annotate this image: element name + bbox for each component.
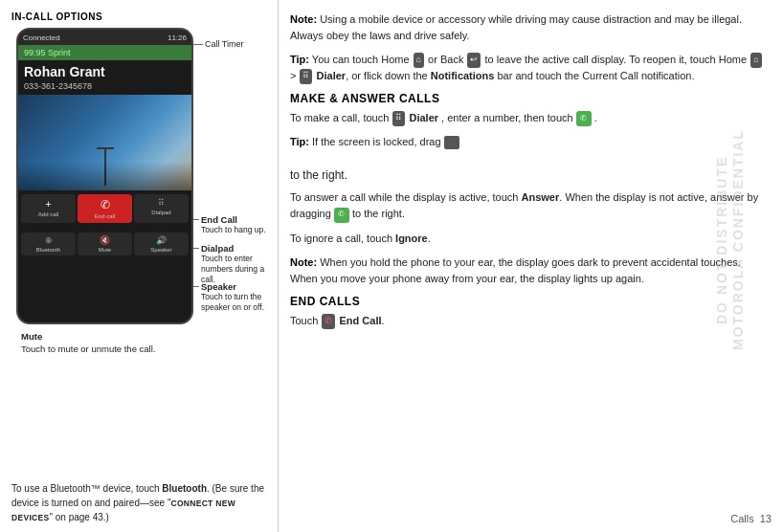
tip1-label: Tip: [290, 54, 309, 65]
phone-call-header: 99:95 Sprint [18, 45, 191, 60]
dialpad-callout: Dialpad Touch to enter numbers during a … [193, 243, 278, 285]
phone-call-image [18, 95, 191, 190]
call-timer-callout: Call Timer [193, 39, 244, 49]
phone-up-icon: ✆ [338, 209, 345, 220]
end-call-icon-inline: ✆ [322, 314, 335, 329]
make-answer-calls-heading: MAKE & ANSWER CALLS [290, 92, 770, 105]
tip1-text2: to leave the active call display. To reo… [485, 54, 750, 65]
callout-line [193, 286, 199, 287]
phone-actions-row: + Add call ✆ End call ⠿ Dialpad [18, 190, 191, 227]
bluetooth-icon: ⊕ [45, 235, 53, 245]
ignore-call-para: To ignore a call, touch Ignore. [290, 231, 770, 247]
note1-label: Note: [290, 13, 317, 25]
dialer-icon-inline: ⠿ [300, 69, 312, 84]
ignore-call-text: To ignore a call, touch Ignore. [290, 233, 431, 244]
call-green-btn: ✆ [576, 111, 592, 126]
speaker-label: Speaker [150, 247, 171, 253]
status-connected: Connected [23, 33, 60, 42]
end-call-callout-desc: Touch to hang up. [201, 225, 266, 235]
answer-call-para: To answer a call while the display is ac… [290, 189, 770, 222]
speaker-callout-desc: Touch to turn the speaker on or off. [201, 292, 278, 313]
callout-line [193, 219, 199, 220]
callout-line [193, 248, 199, 249]
end-calls-text2: End Call. [339, 315, 384, 326]
in-call-options-heading: IN-CALL OPTIONS [11, 11, 268, 22]
make-call-para: To make a call, touch ⠿ Dialer , enter a… [290, 110, 770, 126]
bluetooth-btn[interactable]: ⊕ Bluetooth [21, 233, 76, 255]
home-btn-icon: ⌂ [414, 53, 424, 68]
dialpad-icon: ⠿ [158, 198, 165, 208]
tip1-paragraph: Tip: You can touch Home ⌂ or Back ↩ to l… [290, 52, 770, 84]
make-call-text2: , enter a number, then touch [441, 112, 576, 123]
make-call-text3: . [594, 112, 597, 123]
bluetooth-keyword: Bluetooth [162, 483, 207, 494]
speaker-callout: Speaker Touch to turn the speaker on or … [193, 281, 278, 313]
dialer-phone-icon: ⠿ [392, 111, 405, 126]
tip1-text: You can touch Home [312, 54, 413, 65]
speaker-icon: 🔊 [156, 235, 167, 245]
end-call-callout: End Call Touch to hang up. [193, 214, 266, 235]
drag-answer-icon: ✆ [334, 208, 349, 223]
footer-page: 13 [760, 513, 772, 524]
add-call-label: Add call [38, 211, 58, 217]
make-call-text1: To make a call, touch [290, 112, 392, 123]
grid-dots [290, 158, 770, 168]
tip2-text: If the screen is locked, drag [312, 136, 444, 147]
note1-paragraph: Note: Using a mobile device or accessory… [290, 11, 770, 44]
contact-number: 033-361-2345678 [18, 81, 191, 95]
phone-bottom-row: ⊕ Bluetooth 🔇 Mute 🔊 Speaker [18, 229, 191, 259]
mute-icon: 🔇 [100, 235, 110, 245]
tip2-paragraph: Tip: If the screen is locked, drag [290, 134, 770, 150]
dialpad-callout-title: Dialpad [201, 243, 278, 254]
answer-call-text2: to the right. [352, 208, 405, 219]
dialpad-label: Dialpad [151, 210, 170, 215]
end-call-callout-title: End Call [201, 214, 266, 225]
speaker-btn[interactable]: 🔊 Speaker [134, 233, 189, 255]
phone-mockup: Connected 11:26 99:95 Sprint Rohan Grant… [16, 28, 193, 324]
contact-name: Rohan Grant [18, 60, 191, 81]
add-call-icon: + [45, 198, 51, 210]
note2-text: When you hold the phone to your ear, the… [290, 256, 741, 284]
tip2-label: Tip: [290, 136, 309, 147]
note2-label: Note: [290, 256, 317, 268]
dialpad-btn[interactable]: ⠿ Dialpad [134, 194, 189, 223]
mute-label: Mute [99, 247, 111, 253]
call-timer-label: Call Timer [205, 39, 244, 49]
back-btn-icon: ↩ [467, 53, 481, 68]
mute-callout-desc: Touch to mute or unmute the call. [21, 344, 155, 354]
note2-paragraph: Note: When you hold the phone to your ea… [290, 255, 770, 287]
note1-text: Using a mobile device or accessory while… [290, 13, 742, 41]
bluetooth-label: Bluetooth [36, 247, 60, 253]
dialer-keyword: Dialer [409, 112, 438, 123]
callout-line [193, 44, 203, 45]
end-call-label: End call [95, 213, 115, 219]
mute-callout: Mute Touch to mute or unmute the call. [21, 330, 268, 356]
mute-callout-title: Mute [21, 331, 42, 342]
end-call-btn[interactable]: ✆ End call [78, 194, 132, 223]
phone-status-bar: Connected 11:26 [18, 30, 191, 45]
tip1-text3: > [290, 70, 299, 81]
end-calls-text1: Touch [290, 315, 321, 326]
end-calls-heading: END CALLS [290, 295, 770, 308]
left-column: IN-CALL OPTIONS Connected 11:26 99:95 Sp… [0, 0, 278, 532]
footer-section: Calls [730, 513, 753, 524]
dialpad-icon-inline: ⠿ [302, 70, 309, 83]
home-btn-icon2: ⌂ [750, 53, 761, 68]
bluetooth-bottom-text: To use a Bluetooth™ device, touch Blueto… [11, 481, 270, 524]
end-calls-para: Touch ✆ End Call. [290, 313, 770, 329]
tip1-or: or Back [428, 54, 466, 65]
speaker-callout-title: Speaker [201, 281, 278, 292]
phone-end-icon: ✆ [324, 315, 332, 328]
drag-icon [444, 136, 459, 149]
connect-new-devices-link: CONNECT NEW DEVICES [11, 499, 235, 522]
tower-graphic [104, 147, 106, 186]
add-call-btn[interactable]: + Add call [21, 194, 76, 223]
mute-btn[interactable]: 🔇 Mute [78, 233, 132, 255]
status-time: 11:26 [168, 33, 187, 42]
page-footer: Calls 13 [730, 513, 772, 524]
end-call-icon: ✆ [101, 198, 110, 211]
tip2-text2: to the right. [290, 168, 347, 182]
tip1-text4: Dialer, or flick down the Notifications … [317, 70, 695, 81]
right-column: Note: Using a mobile device or accessory… [279, 0, 783, 532]
call-phone-icon: ✆ [580, 113, 587, 124]
